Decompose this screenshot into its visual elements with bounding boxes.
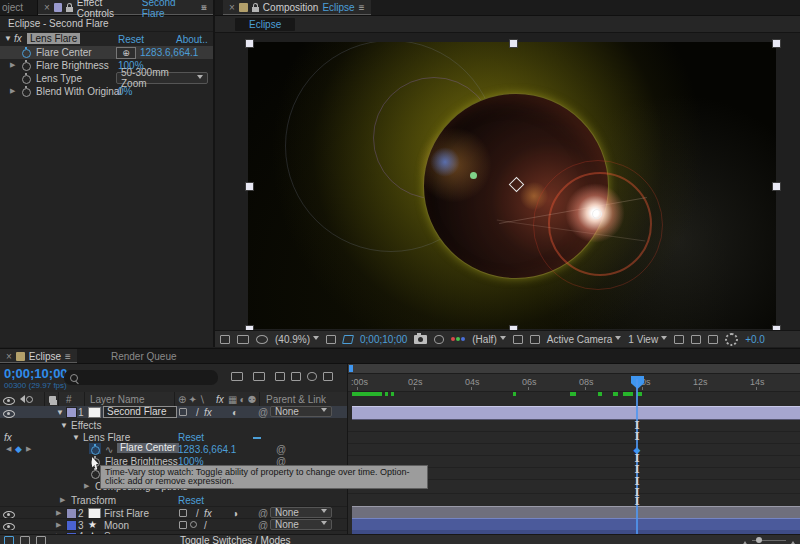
vr-goggles-icon[interactable] [256, 335, 268, 344]
magnification-dropdown[interactable]: (40.9%) [275, 334, 319, 345]
layer-name-column-header[interactable]: Layer Name [90, 394, 144, 405]
stopwatch-icon[interactable] [91, 470, 100, 479]
index-column-header[interactable]: # [66, 394, 72, 405]
draft-3d-icon[interactable] [253, 372, 265, 381]
reset-link[interactable]: Reset [178, 432, 204, 443]
stopwatch-icon[interactable] [22, 49, 31, 58]
timeline-button-icon[interactable] [691, 335, 701, 344]
always-preview-icon[interactable] [220, 335, 230, 344]
quality-switch-icon[interactable]: / [196, 407, 199, 418]
zoom-out-mountain-icon[interactable] [742, 538, 748, 544]
show-channel-icon[interactable] [451, 337, 465, 341]
property-value[interactable]: 1283.6,664.1 [178, 444, 236, 455]
overflow-icon[interactable]: » [201, 2, 207, 13]
twirl-down-icon[interactable]: ▼ [72, 433, 80, 442]
flare-center-effect-point[interactable] [592, 209, 602, 219]
twirl-right-icon[interactable]: ▶ [84, 482, 89, 490]
show-snapshot-icon[interactable] [434, 335, 444, 344]
comp-flowchart-icon[interactable] [708, 335, 718, 344]
fx-icon[interactable]: fx [14, 33, 22, 44]
current-timecode[interactable]: 0;00;10;00 [4, 366, 68, 381]
motion-blur-icon[interactable] [307, 372, 317, 381]
hide-shy-layers-icon[interactable] [275, 372, 285, 381]
exposure-value[interactable]: +0.0 [745, 334, 765, 345]
fast-previews-icon[interactable] [674, 335, 684, 344]
stopwatch-icon[interactable] [22, 62, 31, 71]
render-queue-tab[interactable]: Render Queue [103, 351, 185, 362]
project-tab-partial[interactable]: oject [0, 2, 31, 13]
reset-link[interactable]: Reset [118, 34, 144, 45]
twirl-right-icon[interactable]: ▶ [56, 509, 61, 517]
switches-column-icons[interactable]: ⊕✦∖ [178, 394, 207, 405]
parent-dropdown[interactable]: None [270, 507, 332, 518]
twirl-down-icon[interactable]: ▼ [56, 408, 64, 417]
expand-inout-pane-icon[interactable] [36, 536, 46, 544]
close-icon[interactable]: × [229, 2, 235, 13]
parent-dropdown[interactable]: None [270, 519, 332, 530]
parent-dropdown[interactable]: None [270, 406, 332, 417]
3d-view-dropdown[interactable]: Active Camera [547, 334, 622, 345]
stopwatch-icon[interactable] [22, 88, 31, 97]
target-region-icon[interactable] [513, 335, 523, 344]
layer-bar-second-flare[interactable] [352, 406, 800, 420]
snapshot-camera-icon[interactable] [414, 335, 427, 344]
selection-handle[interactable] [509, 39, 518, 48]
pickwhip-icon[interactable]: @ [258, 407, 268, 418]
solo-column-icon[interactable] [26, 396, 33, 403]
next-keyframe-icon[interactable]: ▶ [26, 445, 31, 453]
adjustment-switch-icon[interactable]: ◐ [232, 407, 238, 418]
expand-av-pane-icon[interactable] [4, 536, 14, 544]
selection-handle[interactable] [245, 182, 254, 191]
twirl-right-icon[interactable]: ▶ [10, 87, 15, 95]
selection-handle[interactable] [245, 39, 254, 48]
close-icon[interactable]: × [44, 2, 50, 13]
panel-menu-icon[interactable]: ≡ [359, 2, 365, 13]
reset-link[interactable]: Reset [178, 495, 204, 506]
zoom-in-mountain-icon[interactable] [789, 537, 797, 544]
layer-name-editbox[interactable]: Second Flare [103, 406, 177, 418]
twirl-down-icon[interactable]: ▼ [4, 34, 12, 43]
time-ruler[interactable]: :00s 02s 04s 06s 08s 10s 12s 14s [348, 374, 800, 392]
twirl-right-icon[interactable]: ▶ [60, 496, 65, 504]
exposure-gear-icon[interactable] [725, 333, 738, 346]
work-area-strip[interactable] [348, 364, 800, 374]
shy-switch-icon[interactable] [179, 509, 187, 517]
expression-pickwhip-icon[interactable]: @ [276, 444, 286, 455]
stopwatch-icon[interactable] [22, 75, 31, 84]
comp-mini-flowchart-icon[interactable] [231, 372, 243, 381]
stopwatch-icon[interactable] [91, 446, 100, 455]
comp-timecode[interactable]: 0;00;10;00 [360, 334, 407, 345]
twirl-down-icon[interactable]: ▼ [60, 421, 68, 430]
eye-icon[interactable] [3, 410, 15, 418]
layer-row-second-flare[interactable]: ▼ 1 Second Flare / fx ◐ @ None [0, 406, 347, 418]
view-layout-dropdown[interactable]: 1 View [628, 334, 667, 345]
transparency-grid-icon[interactable] [342, 335, 354, 344]
resolution-dropdown[interactable]: (Half) [472, 334, 505, 345]
comp-viewer[interactable] [215, 32, 800, 331]
shy-switch-icon[interactable] [179, 521, 187, 529]
screen-icon[interactable] [237, 335, 249, 344]
work-area-start-handle[interactable] [349, 365, 353, 372]
keyframe-toggle-icon[interactable]: ◆ [15, 444, 22, 454]
graph-editor-icon[interactable] [323, 372, 333, 381]
zoom-slider-handle[interactable] [756, 537, 762, 543]
twirl-right-icon[interactable]: ▶ [56, 521, 61, 529]
effect-point-button[interactable]: ⊕ [116, 47, 136, 59]
selection-handle[interactable] [772, 182, 781, 191]
timeline-eclipse-tab[interactable]: × Eclipse ≡ [0, 349, 77, 363]
parent-link-column-header[interactable]: Parent & Link [266, 394, 326, 405]
label-color-swatch[interactable] [66, 407, 77, 418]
switches-column-icons-2[interactable]: ▦◐⚉ [228, 394, 258, 405]
video-column-eye-icon[interactable] [3, 397, 15, 405]
selection-handle[interactable] [772, 39, 781, 48]
property-value[interactable]: 0% [118, 86, 132, 97]
lens-type-dropdown[interactable]: 50-300mm Zoom [116, 72, 208, 84]
comp-breadcrumb-chip[interactable]: Eclipse [235, 18, 295, 31]
label-column-icon[interactable] [49, 396, 56, 403]
expand-keys-pane-icon[interactable] [20, 536, 30, 544]
effects-group-row[interactable]: ▼ Effects [0, 419, 347, 431]
effect-controls-tab[interactable]: × Effect Controls Second Flare ≡ [38, 0, 213, 15]
audio-column-speaker-icon[interactable] [16, 395, 25, 403]
twirl-right-icon[interactable]: ▶ [10, 61, 15, 69]
timeline-track-area[interactable]: :00s 02s 04s 06s 08s 10s 12s 14s [348, 364, 800, 534]
